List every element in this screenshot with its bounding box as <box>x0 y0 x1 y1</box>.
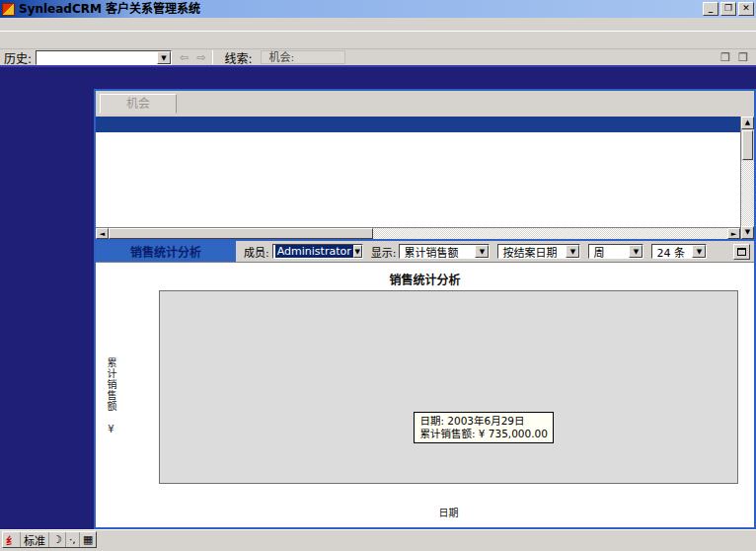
chart-panel-header: 销售统计分析 成员: Administrator ▼ 显示: 累计销售额 ▼ <box>96 241 754 262</box>
x-axis-label: 日期 <box>159 505 738 519</box>
scroll-down-icon[interactable]: ▼ <box>741 226 754 239</box>
vertical-scrollbar[interactable]: ▲ ▼ <box>740 117 754 239</box>
horizontal-scroll-thumb[interactable] <box>109 228 373 239</box>
minimize-button[interactable]: _ <box>703 2 718 16</box>
plot-area: 日期: 2003年6月29日 累计销售额: ¥ 735,000.00 <box>159 290 738 484</box>
ime-halfwidth-icon[interactable]: ☽ <box>49 532 66 547</box>
scroll-up-icon[interactable]: ▲ <box>741 117 754 129</box>
history-bar: 历史: ▼ ⇦ ⇨ 线索: 机会: ❒ ❒ <box>0 49 756 65</box>
chevron-down-icon[interactable]: ▼ <box>353 245 362 258</box>
module-tabstrip <box>0 65 756 89</box>
menu-bar <box>0 18 756 32</box>
status-bar: 纟 标准 ☽ ·, ▦ <box>0 529 756 551</box>
chart-tooltip: 日期: 2003年6月29日 累计销售额: ¥ 735,000.00 <box>414 412 554 443</box>
group-by-combobox[interactable]: 按结案日期 ▼ <box>497 244 580 259</box>
vertical-scroll-thumb[interactable] <box>742 130 753 160</box>
member-label: 成员: <box>244 244 269 260</box>
title-bar: SynleadCRM 客户关系管理系统 _ ❐ ✕ <box>0 0 756 18</box>
restore-button[interactable]: ❐ <box>720 2 736 16</box>
count-combobox[interactable]: 24 条 ▼ <box>651 244 707 259</box>
sidebar <box>0 89 94 529</box>
chart-area: 销售统计分析 累计销售额 ¥ 日期: 2003年6月29日 累计销售额: ¥ 7… <box>96 262 754 527</box>
ime-punctuation-icon[interactable]: ·, <box>66 532 80 547</box>
entity-indicator: 机会: <box>261 50 345 64</box>
report-book2-icon[interactable]: ❒ <box>734 49 752 65</box>
grid-header-row <box>96 117 740 132</box>
y-axis <box>96 290 155 484</box>
scroll-right-icon[interactable]: ► <box>727 228 740 239</box>
app-icon <box>2 3 15 16</box>
ime-softkeyboard-icon[interactable]: ▦ <box>80 532 96 547</box>
lead-label: 线索: <box>224 49 252 66</box>
ime-toolbar[interactable]: 纟 标准 ☽ ·, ▦ <box>2 531 97 548</box>
chevron-down-icon[interactable]: ▼ <box>566 245 579 258</box>
sales-statistics-panel: 销售统计分析 成员: Administrator ▼ 显示: 累计销售额 ▼ <box>96 239 754 527</box>
chart-title: 销售统计分析 <box>96 271 754 287</box>
horizontal-scrollbar[interactable]: ◄ ► <box>96 227 740 239</box>
forward-icon[interactable]: ⇨ <box>192 51 209 64</box>
chevron-down-icon[interactable]: ▼ <box>692 245 706 258</box>
display-combobox[interactable]: 累计销售额 ▼ <box>399 244 490 259</box>
scroll-left-icon[interactable]: ◄ <box>96 228 109 239</box>
ime-mode-label[interactable]: 标准 <box>21 532 49 547</box>
back-icon[interactable]: ⇦ <box>176 51 192 64</box>
opportunity-tab-label: 机会 <box>100 94 177 114</box>
chart-panel-title: 销售统计分析 <box>96 241 236 262</box>
history-label: 历史: <box>4 49 32 66</box>
close-button[interactable]: ✕ <box>738 2 754 16</box>
opportunity-panel: 机会 ◄ ► ▲ ▼ <box>96 91 754 239</box>
toolbar <box>0 32 756 49</box>
chevron-down-icon[interactable]: ▼ <box>157 51 171 64</box>
opportunity-grid: ◄ ► <box>96 117 740 239</box>
report-book-icon[interactable]: ❒ <box>717 49 734 65</box>
period-combobox[interactable]: 周 ▼ <box>588 244 643 259</box>
ime-logo-icon[interactable]: 纟 <box>3 532 21 547</box>
opportunity-panel-header: 机会 <box>96 91 754 117</box>
member-combobox[interactable]: Administrator ▼ <box>272 244 363 259</box>
window-title: SynleadCRM 客户关系管理系统 <box>19 0 701 18</box>
history-combobox[interactable]: ▼ <box>36 50 172 65</box>
display-label: 显示: <box>371 244 397 260</box>
content-frame: 机会 ◄ ► ▲ ▼ <box>94 89 756 529</box>
chevron-down-icon[interactable]: ▼ <box>475 245 489 258</box>
maximize-chart-button[interactable] <box>733 244 750 260</box>
chevron-down-icon[interactable]: ▼ <box>629 245 643 258</box>
